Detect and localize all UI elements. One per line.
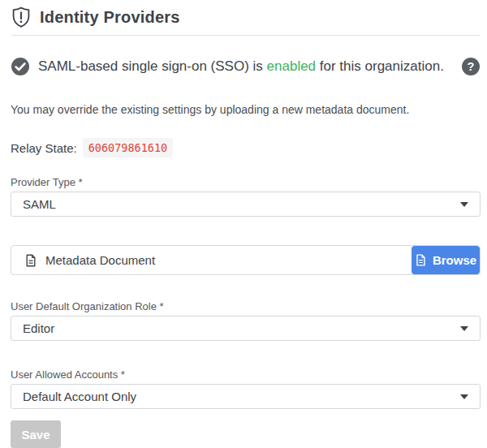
document-icon [415, 254, 427, 266]
allowed-accounts-field: User Allowed Accounts * Default Account … [11, 368, 481, 409]
browse-button-label: Browse [433, 253, 476, 267]
save-button[interactable]: Save [11, 420, 61, 448]
chevron-down-icon [460, 394, 468, 399]
sso-status-text: SAML-based single sign-on (SSO) is enabl… [38, 58, 453, 75]
provider-type-field: Provider Type * SAML [11, 176, 481, 217]
allowed-accounts-value: Default Account Only [23, 390, 136, 403]
default-role-field: User Default Organization Role * Editor [11, 300, 481, 341]
sso-status-row: SAML-based single sign-on (SSO) is enabl… [11, 57, 481, 76]
provider-type-select[interactable]: SAML [11, 192, 481, 217]
default-role-label: User Default Organization Role * [11, 300, 481, 312]
allowed-accounts-label: User Allowed Accounts * [11, 368, 481, 381]
browse-button[interactable]: Browse [412, 246, 480, 274]
document-icon [24, 254, 37, 267]
sso-enabled-highlight: enabled [267, 58, 317, 74]
page-header: Identity Providers [11, 6, 481, 36]
allowed-accounts-select[interactable]: Default Account Only [11, 384, 481, 409]
metadata-file-dropzone[interactable]: Metadata Document [11, 246, 412, 274]
help-button[interactable]: ? [461, 57, 481, 76]
provider-type-value: SAML [23, 197, 56, 211]
metadata-file-placeholder: Metadata Document [45, 253, 155, 267]
shield-exclamation-icon [11, 6, 31, 28]
provider-type-label: Provider Type * [11, 176, 481, 188]
relay-state-value: 606079861610 [83, 138, 174, 157]
default-role-value: Editor [23, 321, 54, 335]
relay-state-label: Relay State: [11, 141, 77, 155]
chevron-down-icon [460, 202, 468, 207]
svg-text:?: ? [468, 60, 475, 73]
check-circle-icon [11, 57, 30, 76]
metadata-file-input: Metadata Document Browse [11, 245, 481, 275]
default-role-select[interactable]: Editor [11, 316, 481, 341]
identity-providers-page: Identity Providers SAML-based single sig… [0, 0, 487, 448]
chevron-down-icon [460, 326, 468, 331]
override-description: You may override the existing settings b… [11, 103, 481, 116]
question-circle-icon: ? [461, 57, 481, 76]
relay-state-row: Relay State: 606079861610 [11, 138, 481, 157]
page-title: Identity Providers [40, 8, 180, 27]
